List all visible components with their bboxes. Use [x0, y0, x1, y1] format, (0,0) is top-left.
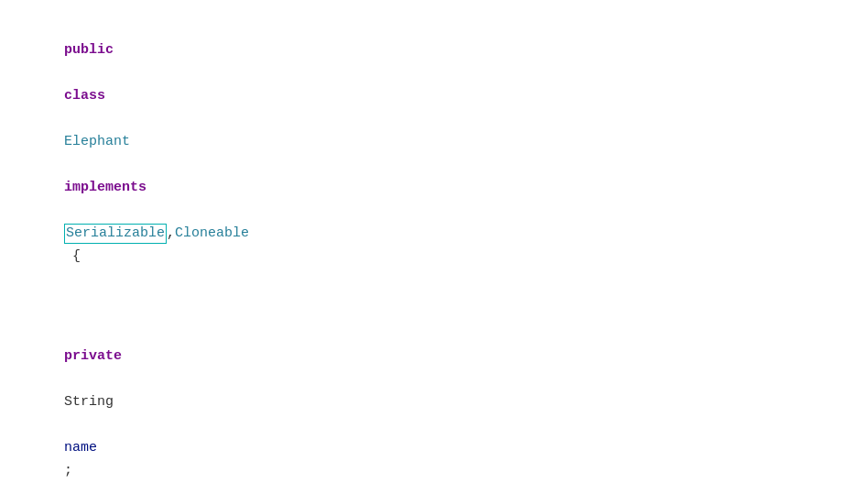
keyword-private-2: private: [64, 348, 122, 364]
keyword-public: public: [64, 42, 114, 58]
interface-serializable: Serializable: [64, 224, 167, 244]
code-line-2: private String name ;: [0, 291, 868, 494]
keyword-class: class: [64, 88, 105, 104]
code-text-2: private String name ;: [15, 299, 853, 494]
left-bar-2: [7, 291, 11, 313]
code-container: public class Elephant implements Seriali…: [0, 0, 868, 494]
code-line-1: public class Elephant implements Seriali…: [0, 7, 868, 291]
interface-cloneable: Cloneable: [175, 225, 249, 241]
code-text-1: public class Elephant implements Seriali…: [15, 16, 853, 291]
class-elephant: Elephant: [64, 134, 130, 149]
keyword-implements: implements: [64, 180, 146, 195]
field-name: name: [64, 440, 97, 456]
left-bar-1: [7, 7, 11, 30]
